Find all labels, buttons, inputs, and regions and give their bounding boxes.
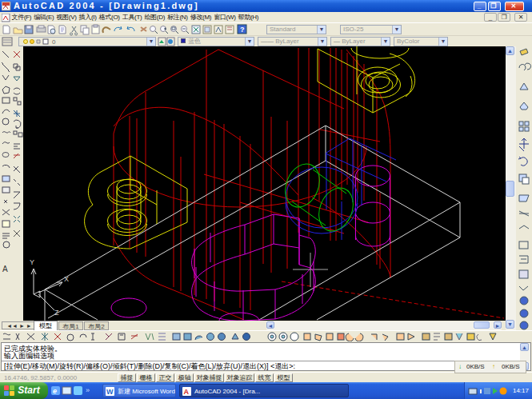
svg-text:A: A xyxy=(184,388,190,396)
svg-text:»: » xyxy=(86,386,90,394)
svg-text:A: A xyxy=(2,265,8,273)
svg-text:W: W xyxy=(106,388,114,396)
svg-text:X: X xyxy=(64,275,69,283)
svg-text:Z: Z xyxy=(54,309,59,317)
svg-text:Y: Y xyxy=(30,258,34,266)
svg-text:?: ? xyxy=(240,26,245,34)
svg-text:0: 0 xyxy=(52,38,56,46)
svg-text:e: e xyxy=(53,387,57,395)
